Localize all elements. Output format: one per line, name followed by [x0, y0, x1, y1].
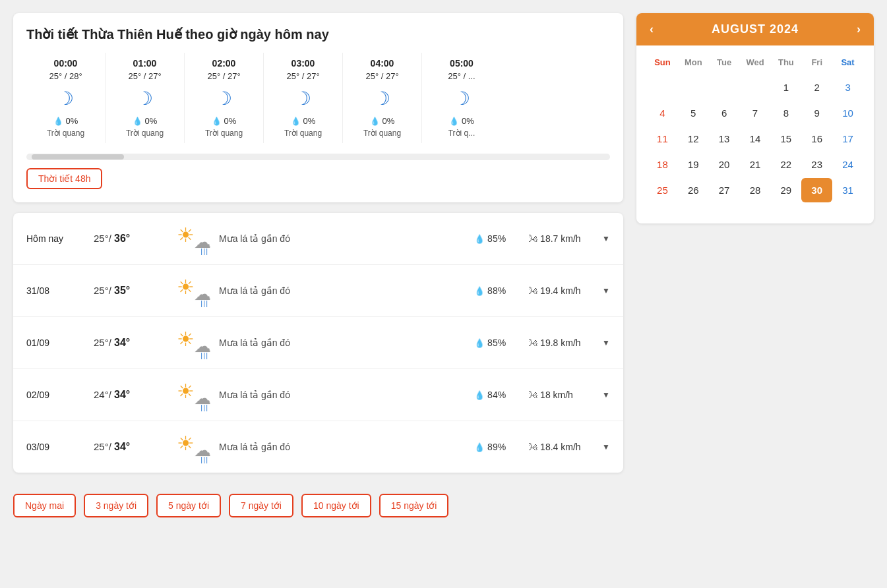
day-wind: 🌬 19.8 km/h	[528, 338, 594, 348]
hour-desc: Trời quang	[205, 129, 243, 138]
sun-icon: ☀	[177, 432, 195, 455]
day-wind: 🌬 18.4 km/h	[528, 442, 594, 452]
wind-icon: 🌬	[528, 442, 537, 452]
cal-day-25[interactable]: 25	[647, 178, 678, 202]
expand-chevron[interactable]: ▼	[602, 442, 610, 452]
cal-day-24[interactable]: 24	[832, 152, 863, 177]
day-temp: 25°/ 34°	[94, 337, 166, 349]
humidity-drop-icon: 💧	[474, 338, 485, 348]
expand-chevron[interactable]: ▼	[602, 234, 610, 243]
cal-dow-fri: Fri	[801, 52, 832, 73]
hour-time: 02:00	[212, 58, 236, 69]
cal-day-14[interactable]: 14	[740, 127, 771, 151]
rain-icon: | | |	[200, 299, 207, 307]
cal-day-28[interactable]: 28	[740, 178, 771, 202]
weather-icon-wrap: ☀ ☁ | | |	[174, 326, 211, 359]
sun-icon: ☀	[177, 223, 195, 247]
hour-rain: 💧 0%	[291, 116, 316, 126]
cal-day-8[interactable]: 8	[770, 101, 801, 125]
day-humidity: 💧 85%	[474, 338, 520, 348]
cal-day-17[interactable]: 17	[832, 127, 863, 151]
next-month-button[interactable]: ›	[857, 22, 861, 36]
cal-dow-thu: Thu	[770, 52, 801, 73]
cal-day-13[interactable]: 13	[709, 127, 740, 151]
cal-day-27[interactable]: 27	[709, 178, 740, 202]
cal-day-18[interactable]: 18	[647, 152, 678, 177]
cal-empty	[709, 75, 740, 100]
cal-day-11[interactable]: 11	[647, 127, 678, 151]
day-wind: 🌬 18 km/h	[528, 390, 594, 400]
cal-day-9[interactable]: 9	[801, 101, 832, 125]
cal-day-3[interactable]: 3	[832, 75, 863, 100]
rain-pct: 0%	[224, 116, 237, 126]
cal-dow-mon: Mon	[678, 52, 709, 73]
sun-icon: ☀	[177, 328, 195, 351]
cal-day-23[interactable]: 23	[801, 152, 832, 177]
expand-chevron[interactable]: ▼	[602, 338, 610, 347]
day-humidity: 💧 89%	[474, 442, 520, 452]
forecast-btn[interactable]: Ngày mai	[13, 494, 76, 517]
cal-day-12[interactable]: 12	[678, 127, 709, 151]
day-desc: Mưa lá tả gần đó	[219, 285, 466, 296]
day-temp-high: 36°	[114, 233, 130, 244]
day-temp-high: 35°	[114, 285, 130, 296]
moon-icon: ☽	[216, 88, 232, 109]
btn-48h[interactable]: Thời tiết 48h	[26, 168, 102, 189]
day-desc: Mưa lá tả gần đó	[219, 390, 466, 400]
cal-day-15[interactable]: 15	[770, 127, 801, 151]
rain-pct: 0%	[66, 116, 78, 126]
day-label: 01/09	[26, 338, 86, 348]
rain-pct: 0%	[462, 116, 474, 126]
cal-day-6[interactable]: 6	[709, 101, 740, 125]
forecast-btn[interactable]: 15 ngày tới	[379, 494, 449, 517]
hour-time: 01:00	[133, 58, 157, 69]
cal-week-row: 25262728293031	[647, 178, 863, 202]
day-temp-high: 34°	[114, 337, 130, 348]
day-humidity: 💧 84%	[474, 390, 520, 400]
page-title: Thời tiết Thừa Thiên Huế theo giờ ngày h…	[26, 26, 610, 42]
cal-day-31[interactable]: 31	[832, 178, 863, 202]
expand-chevron[interactable]: ▼	[602, 390, 610, 399]
moon-icon: ☽	[295, 88, 311, 109]
day-desc: Mưa lá tả gần đó	[219, 233, 466, 244]
cal-dow-sun: Sun	[647, 52, 678, 73]
cal-day-1[interactable]: 1	[770, 75, 801, 100]
day-label: 02/09	[26, 390, 86, 400]
cal-day-19[interactable]: 19	[678, 152, 709, 177]
forecast-btn[interactable]: 3 ngày tới	[84, 494, 148, 517]
cal-day-22[interactable]: 22	[770, 152, 801, 177]
cal-day-21[interactable]: 21	[740, 152, 771, 177]
cal-day-2[interactable]: 2	[801, 75, 832, 100]
rain-pct: 0%	[382, 116, 395, 126]
cal-day-16[interactable]: 16	[801, 127, 832, 151]
cal-day-4[interactable]: 4	[647, 101, 678, 125]
hour-temp: 25° / 27°	[286, 71, 319, 81]
hour-temp: 25° / ...	[448, 71, 475, 81]
raindrop-icon: 💧	[212, 117, 222, 126]
rain-pct: 0%	[303, 116, 316, 126]
wind-value: 18.7 km/h	[540, 233, 580, 244]
cal-day-20[interactable]: 20	[709, 152, 740, 177]
hourly-table[interactable]: 00:00 25° / 28° ☽ 💧 0% Trời quang 01:00 …	[26, 53, 610, 148]
cal-day-29[interactable]: 29	[770, 178, 801, 202]
scroll-bar[interactable]	[26, 154, 610, 160]
wind-value: 18 km/h	[540, 390, 573, 400]
calendar-month-year: AUGUST 2024	[712, 22, 799, 36]
forecast-btn[interactable]: 5 ngày tới	[156, 494, 221, 517]
sun-icon: ☀	[177, 276, 195, 299]
day-temp: 24°/ 34°	[94, 389, 166, 401]
cal-day-26[interactable]: 26	[678, 178, 709, 202]
hour-col: 01:00 25° / 27° ☽ 💧 0% Trời quang	[106, 53, 185, 143]
wind-icon: 🌬	[528, 233, 537, 244]
cal-day-30[interactable]: 30	[801, 178, 832, 202]
prev-month-button[interactable]: ‹	[650, 22, 654, 36]
cal-day-7[interactable]: 7	[740, 101, 771, 125]
forecast-btn[interactable]: 7 ngày tới	[229, 494, 293, 517]
cal-day-10[interactable]: 10	[832, 101, 863, 125]
forecast-btn[interactable]: 10 ngày tới	[301, 494, 371, 517]
cal-day-5[interactable]: 5	[678, 101, 709, 125]
hour-rain: 💧 0%	[53, 116, 78, 126]
day-desc: Mưa lá tả gần đó	[219, 338, 466, 348]
moon-icon: ☽	[454, 88, 470, 109]
expand-chevron[interactable]: ▼	[602, 286, 610, 295]
